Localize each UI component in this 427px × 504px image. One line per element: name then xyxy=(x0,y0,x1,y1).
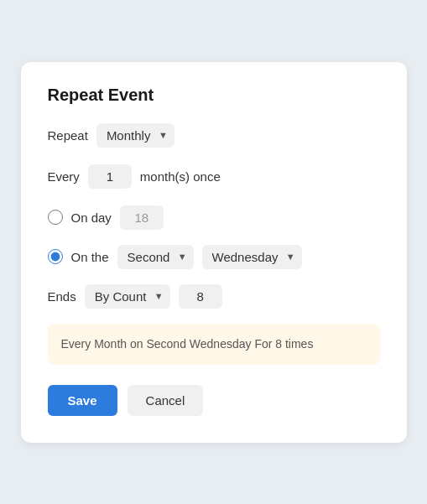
on-the-select-wrapper: First Second Third Fourth Last ▼ xyxy=(117,245,194,269)
weekday-select[interactable]: Sunday Monday Tuesday Wednesday Thursday… xyxy=(202,245,302,269)
ends-row: Ends By Count By Date Never ▼ xyxy=(48,284,380,309)
repeat-select[interactable]: Monthly Weekly Daily Yearly xyxy=(96,123,174,148)
count-input[interactable] xyxy=(179,284,222,309)
on-the-label: On the xyxy=(71,250,109,264)
save-button[interactable]: Save xyxy=(48,385,117,416)
on-the-row: On the First Second Third Fourth Last ▼ … xyxy=(48,245,380,269)
repeat-event-card: Repeat Event Repeat Monthly Weekly Daily… xyxy=(21,62,407,443)
dialog-title: Repeat Event xyxy=(48,86,380,105)
on-day-input[interactable] xyxy=(120,205,164,230)
on-day-label: On day xyxy=(71,210,112,225)
summary-text: Every Month on Second Wednesday For 8 ti… xyxy=(61,337,314,351)
on-the-select[interactable]: First Second Third Fourth Last xyxy=(117,245,194,269)
every-number-input[interactable] xyxy=(88,164,132,189)
every-label: Every xyxy=(48,169,80,184)
repeat-label: Repeat xyxy=(48,128,88,143)
on-the-radio[interactable] xyxy=(48,249,63,264)
ends-select-wrapper: By Count By Date Never ▼ xyxy=(85,284,170,309)
on-day-radio[interactable] xyxy=(48,210,63,225)
summary-box: Every Month on Second Wednesday For 8 ti… xyxy=(48,324,380,365)
every-row: Every month(s) once xyxy=(48,164,380,189)
on-day-row: On day xyxy=(48,205,380,230)
repeat-select-wrapper: Monthly Weekly Daily Yearly ▼ xyxy=(96,123,174,148)
ends-label: Ends xyxy=(48,289,76,304)
ends-select[interactable]: By Count By Date Never xyxy=(85,284,170,309)
months-suffix: month(s) once xyxy=(140,169,221,184)
button-row: Save Cancel xyxy=(48,385,380,416)
weekday-select-wrapper: Sunday Monday Tuesday Wednesday Thursday… xyxy=(202,245,302,269)
cancel-button[interactable]: Cancel xyxy=(128,385,204,416)
repeat-row: Repeat Monthly Weekly Daily Yearly ▼ xyxy=(48,123,380,148)
